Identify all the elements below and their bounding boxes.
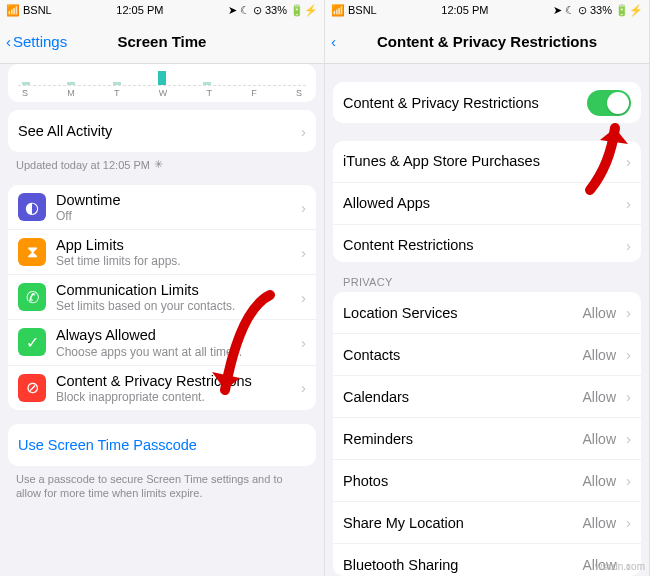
row-label: Share My Location [343,514,573,532]
communication-sub: Set limits based on your contacts. [56,299,291,313]
row-label: Calendars [343,388,573,406]
communication-icon: ✆ [18,283,46,311]
row-value: Allow [583,347,616,363]
status-bar: 📶 BSNL 12:05 PM ➤ ☾ ⊙ 33% 🔋⚡ [0,0,324,20]
chevron-right-icon: › [626,237,631,254]
dnd-icon: ☾ [240,4,250,17]
spinner-icon: ✳︎ [154,158,163,171]
battery-pct: 33% [590,4,612,16]
signal-icon: 📶 [331,4,345,17]
back-button[interactable]: ‹ Settings [6,33,67,50]
toggle-on[interactable] [587,90,631,116]
passcode-footer: Use a passcode to secure Screen Time set… [0,466,324,507]
communication-label: Communication Limits [56,281,291,299]
chevron-right-icon: › [626,195,631,212]
page-title: Content & Privacy Restrictions [325,33,649,50]
reminders-row[interactable]: Reminders Allow › [333,418,641,460]
purchases-group: iTunes & App Store Purchases › Allowed A… [333,141,641,263]
photos-row[interactable]: Photos Allow › [333,460,641,502]
day-label: W [159,88,168,98]
downtime-row[interactable]: ◐ Downtime Off › [8,185,316,230]
chevron-right-icon: › [626,472,631,489]
location-services-row[interactable]: Location Services Allow › [333,292,641,334]
always-allowed-row[interactable]: ✓ Always Allowed Choose apps you want at… [8,320,316,365]
clock: 12:05 PM [441,4,488,16]
row-label: Location Services [343,304,573,322]
allowed-apps-label: Allowed Apps [343,194,616,212]
alarm-icon: ⊙ [253,4,262,17]
row-value: Allow [583,515,616,531]
content-privacy-row[interactable]: ⊘ Content & Privacy Restrictions Block i… [8,366,316,410]
content: S M T W T F S See All Activity › Updated… [0,64,324,576]
usage-chart[interactable]: S M T W T F S [8,64,316,102]
chevron-right-icon: › [626,346,631,363]
row-label: Bluetooth Sharing [343,556,573,574]
passcode-group: Use Screen Time Passcode [8,424,316,466]
dnd-icon: ☾ [565,4,575,17]
see-all-group: See All Activity › [8,110,316,152]
content: Content & Privacy Restrictions iTunes & … [325,64,649,576]
row-label: Photos [343,472,573,490]
back-button[interactable]: ‹ [331,33,336,50]
restrict-icon: ⊘ [18,374,46,402]
row-value: Allow [583,389,616,405]
app-limits-label: App Limits [56,236,291,254]
carrier-label: BSNL [348,4,377,16]
row-label: Contacts [343,346,573,364]
screen-time-pane: 📶 BSNL 12:05 PM ➤ ☾ ⊙ 33% 🔋⚡ ‹ Settings … [0,0,325,576]
chevron-left-icon: ‹ [6,33,11,50]
back-label: Settings [13,33,67,50]
app-limits-sub: Set time limits for apps. [56,254,291,268]
communication-limits-row[interactable]: ✆ Communication Limits Set limits based … [8,275,316,320]
content-privacy-label: Content & Privacy Restrictions [56,372,291,390]
chevron-right-icon: › [301,199,306,216]
master-toggle-group: Content & Privacy Restrictions [333,82,641,123]
share-location-row[interactable]: Share My Location Allow › [333,502,641,544]
app-limits-icon: ⧗ [18,238,46,266]
use-passcode[interactable]: Use Screen Time Passcode [8,424,316,466]
chevron-right-icon: › [626,304,631,321]
downtime-sub: Off [56,209,291,223]
limits-group: ◐ Downtime Off › ⧗ App Limits Set time l… [8,185,316,410]
itunes-row[interactable]: iTunes & App Store Purchases › [333,141,641,183]
contacts-row[interactable]: Contacts Allow › [333,334,641,376]
passcode-label: Use Screen Time Passcode [18,436,306,454]
allowed-apps-row[interactable]: Allowed Apps › [333,183,641,225]
day-label: S [22,88,28,98]
master-toggle-row[interactable]: Content & Privacy Restrictions [333,82,641,123]
nav-bar: ‹ Settings Screen Time [0,20,324,64]
row-value: Allow [583,431,616,447]
carrier-label: BSNL [23,4,52,16]
see-all-activity[interactable]: See All Activity › [8,110,316,152]
calendars-row[interactable]: Calendars Allow › [333,376,641,418]
content-privacy-sub: Block inappropriate content. [56,390,291,404]
chevron-left-icon: ‹ [331,33,336,50]
privacy-header: Privacy [325,262,649,292]
chevron-right-icon: › [301,289,306,306]
clock: 12:05 PM [116,4,163,16]
battery-pct: 33% [265,4,287,16]
always-allowed-label: Always Allowed [56,326,291,344]
content-restrictions-row[interactable]: Content Restrictions › [333,225,641,263]
battery-icon: 🔋⚡ [290,4,318,17]
chevron-right-icon: › [626,514,631,531]
app-limits-row[interactable]: ⧗ App Limits Set time limits for apps. › [8,230,316,275]
signal-icon: 📶 [6,4,20,17]
day-label: T [206,88,212,98]
chevron-right-icon: › [626,430,631,447]
day-label: S [296,88,302,98]
see-all-label: See All Activity [18,122,291,140]
master-label: Content & Privacy Restrictions [343,94,577,112]
battery-icon: 🔋⚡ [615,4,643,17]
content-restrictions-label: Content Restrictions [343,236,616,254]
day-label: T [114,88,120,98]
always-allowed-sub: Choose apps you want at all times. [56,345,291,359]
always-allowed-icon: ✓ [18,328,46,356]
nav-bar: ‹ Content & Privacy Restrictions [325,20,649,64]
location-icon: ➤ [228,4,237,17]
day-label: F [251,88,257,98]
status-bar: 📶 BSNL 12:05 PM ➤ ☾ ⊙ 33% 🔋⚡ [325,0,649,20]
itunes-label: iTunes & App Store Purchases [343,152,616,170]
row-value: Allow [583,305,616,321]
watermark: wsxdn.com [595,561,645,572]
